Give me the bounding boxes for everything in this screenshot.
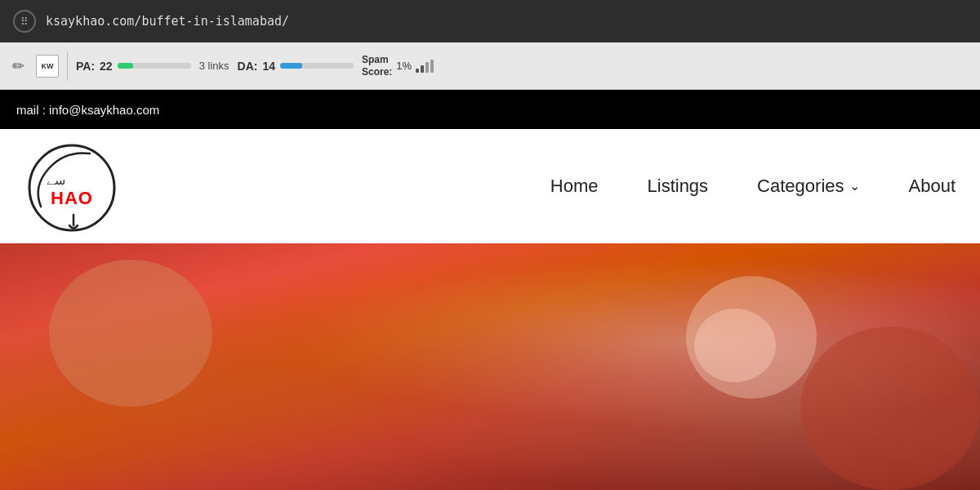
browser-menu-icon[interactable]: ⠿ xyxy=(13,10,36,33)
browser-address-bar: ⠿ ksaykhao.com/buffet-in-islamabad/ xyxy=(0,0,980,42)
email-prefix: mail : xyxy=(16,103,49,117)
logo-svg: سے HAO xyxy=(24,137,122,235)
categories-label: Categories xyxy=(757,176,844,197)
pa-metric: PA: 22 xyxy=(76,60,191,73)
nav-link-categories[interactable]: Categories ⌄ xyxy=(757,176,859,197)
pencil-icon[interactable]: ✏ xyxy=(8,56,28,76)
spam-signal-bars xyxy=(416,60,434,73)
email-address[interactable]: info@ksaykhao.com xyxy=(49,103,159,117)
hero-section xyxy=(0,243,980,490)
da-label: DA: xyxy=(238,60,258,73)
spam-score-section: SpamScore: 1% xyxy=(362,54,434,78)
food-decoration-3 xyxy=(800,327,980,490)
da-progress-bar xyxy=(280,63,354,69)
da-value: 14 xyxy=(262,60,275,73)
toolbar-divider xyxy=(67,51,68,81)
signal-bar-4 xyxy=(430,60,434,73)
kw-icon[interactable]: KW xyxy=(36,55,59,78)
signal-bar-1 xyxy=(416,69,419,73)
da-metric: DA: 14 xyxy=(238,60,354,73)
signal-bar-2 xyxy=(421,65,424,73)
links-count: 3 links xyxy=(199,60,229,72)
chevron-down-icon: ⌄ xyxy=(849,178,860,194)
spam-value: 1% xyxy=(396,60,412,72)
pa-label: PA: xyxy=(76,60,95,73)
nav-links: Home Listings Categories ⌄ About xyxy=(550,176,956,197)
contact-email: mail : info@ksaykhao.com xyxy=(16,103,159,117)
pa-progress-bar xyxy=(118,63,191,69)
pa-progress-fill xyxy=(118,63,134,69)
seo-toolbar: ✏ KW PA: 22 3 links DA: 14 SpamScore: 1% xyxy=(0,42,980,90)
nav-link-home[interactable]: Home xyxy=(550,176,599,197)
svg-text:سے: سے xyxy=(47,173,65,187)
signal-bar-3 xyxy=(425,62,429,73)
top-contact-bar: mail : info@ksaykhao.com xyxy=(0,90,980,129)
site-logo[interactable]: سے HAO xyxy=(24,137,122,235)
url-display[interactable]: ksaykhao.com/buffet-in-islamabad/ xyxy=(46,14,289,29)
svg-text:HAO: HAO xyxy=(51,188,93,208)
food-highlight xyxy=(694,309,776,382)
da-progress-fill xyxy=(280,63,302,69)
navigation-bar: سے HAO Home Listings Categories ⌄ About xyxy=(0,129,980,243)
pa-value: 22 xyxy=(100,60,113,73)
spam-label: SpamScore: xyxy=(362,54,392,78)
nav-link-listings[interactable]: Listings xyxy=(648,176,709,197)
food-decoration-1 xyxy=(49,260,212,407)
nav-link-about[interactable]: About xyxy=(909,176,956,197)
